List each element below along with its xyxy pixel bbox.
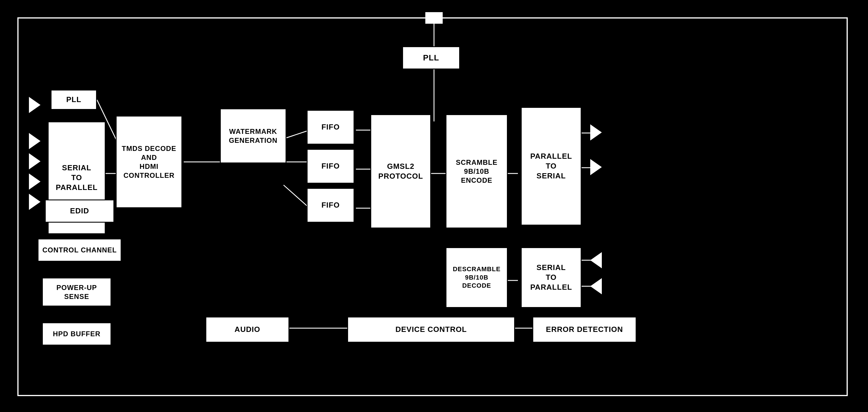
block-device-control: DEVICE CONTROL: [347, 317, 515, 343]
block-control-channel: CONTROL CHANNEL: [38, 239, 122, 262]
block-power-up-sense: POWER-UP SENSE: [42, 278, 112, 306]
block-scramble: SCRAMBLE 9B/10B ENCODE: [445, 114, 508, 229]
block-pll-top: PLL: [402, 46, 460, 69]
arrow-out-2: [590, 159, 602, 175]
top-port: [425, 12, 443, 24]
block-descramble: DESCRAMBLE 9B/10B DECODE: [445, 247, 508, 308]
arrow-in-right-2: [590, 278, 602, 294]
block-fifo-2: FIFO: [307, 149, 354, 183]
block-hpd-buffer: HPD BUFFER: [42, 322, 112, 345]
block-serial-to-parallel-right: SERIAL TO PARALLEL: [521, 247, 582, 308]
block-parallel-to-serial: PARALLEL TO SERIAL: [521, 107, 582, 226]
block-edid: EDID: [45, 200, 114, 222]
block-audio: AUDIO: [206, 317, 289, 343]
block-pll-left: PLL: [51, 90, 97, 110]
arrow-out-1: [590, 124, 602, 140]
arrow-in-1: [29, 133, 40, 149]
arrow-in-2: [29, 153, 40, 169]
block-fifo-1: FIFO: [307, 110, 354, 144]
arrow-in-pll: [29, 97, 40, 113]
arrow-in-right-1: [590, 252, 602, 268]
block-error-detection: ERROR DETECTION: [532, 317, 637, 343]
arrow-in-3: [29, 173, 40, 190]
block-fifo-3: FIFO: [307, 188, 354, 222]
block-tmds-decode: TMDS DECODE AND HDMI CONTROLLER: [116, 116, 182, 208]
diagram: PLL PLL SERIAL TO PARALLEL TMDS DECODE A…: [0, 0, 868, 412]
block-gmsl2: GMSL2 PROTOCOL: [370, 114, 431, 229]
arrow-in-4: [29, 194, 40, 210]
block-watermark: WATERMARK GENERATION: [220, 108, 286, 163]
